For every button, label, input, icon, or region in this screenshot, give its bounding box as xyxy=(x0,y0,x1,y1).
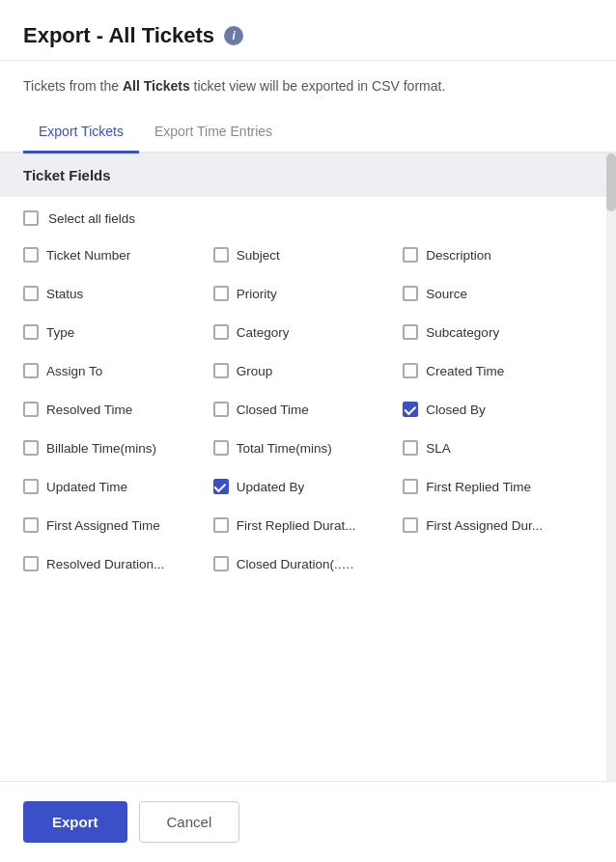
label-assign-to: Assign To xyxy=(46,364,102,378)
checkbox-subcategory[interactable] xyxy=(403,324,418,340)
field-item-assign-to: Assign To xyxy=(23,351,213,390)
subtitle-highlight: All Tickets xyxy=(123,78,190,94)
checkbox-assign-to[interactable] xyxy=(23,363,39,378)
checkbox-status[interactable] xyxy=(23,286,39,301)
label-first-assigned-duration: First Assigned Dur... xyxy=(426,518,543,533)
checkbox-resolved-time[interactable] xyxy=(23,402,39,417)
label-subject: Subject xyxy=(237,248,280,263)
scrollable-content: Ticket Fields Select all fields Ticket N… xyxy=(0,153,616,781)
checkbox-resolved-duration[interactable] xyxy=(23,556,39,571)
select-all-label: Select all fields xyxy=(48,211,135,226)
modal-header: Export - All Tickets i xyxy=(0,0,616,61)
checkbox-updated-time[interactable] xyxy=(23,479,39,494)
checkbox-first-replied-duration[interactable] xyxy=(213,517,229,533)
checkbox-type[interactable] xyxy=(23,324,39,340)
field-item-first-assigned-duration: First Assigned Dur... xyxy=(403,506,593,544)
checkbox-sla[interactable] xyxy=(403,440,418,456)
label-closed-duration: Closed Duration(..… xyxy=(237,557,354,571)
label-description: Description xyxy=(426,248,491,263)
tab-export-tickets[interactable]: Export Tickets xyxy=(23,112,139,153)
field-item-first-replied-duration: First Replied Durat... xyxy=(213,506,404,544)
label-closed-by: Closed By xyxy=(426,403,486,417)
page-title: Export - All Tickets xyxy=(23,23,214,48)
label-first-replied-time: First Replied Time xyxy=(426,480,531,494)
checkbox-total-time[interactable] xyxy=(213,440,229,456)
field-item-closed-time: Closed Time xyxy=(213,390,404,429)
field-item-sla: SLA xyxy=(403,429,593,467)
field-item-source: Source xyxy=(403,274,593,313)
field-item-billable-time: Billable Time(mins) xyxy=(23,429,213,467)
label-subcategory: Subcategory xyxy=(426,325,499,340)
field-item-category: Category xyxy=(213,313,404,351)
checkbox-source[interactable] xyxy=(403,286,418,301)
label-resolved-duration: Resolved Duration... xyxy=(46,557,164,571)
export-button[interactable]: Export xyxy=(23,801,127,843)
cancel-button[interactable]: Cancel xyxy=(139,801,240,843)
label-status: Status xyxy=(46,287,83,301)
ticket-fields-section: Ticket Fields Select all fields Ticket N… xyxy=(0,153,616,598)
checkbox-ticket-number[interactable] xyxy=(23,247,39,263)
tab-bar: Export Tickets Export Time Entries xyxy=(0,112,616,153)
footer: Export Cancel xyxy=(0,781,616,862)
field-item-closed-by: Closed By xyxy=(403,390,593,429)
label-source: Source xyxy=(426,287,467,301)
label-billable-time: Billable Time(mins) xyxy=(46,441,156,456)
field-item-subcategory: Subcategory xyxy=(403,313,593,351)
checkbox-created-time[interactable] xyxy=(403,363,418,378)
field-item-resolved-time: Resolved Time xyxy=(23,390,213,429)
select-all-checkbox[interactable] xyxy=(23,210,39,226)
field-item-resolved-duration: Resolved Duration... xyxy=(23,544,213,583)
field-item-priority: Priority xyxy=(213,274,404,313)
field-item-closed-duration: Closed Duration(..… xyxy=(213,544,404,583)
field-item-group: Group xyxy=(213,351,404,390)
checkbox-first-assigned-duration[interactable] xyxy=(403,517,418,533)
section-header: Ticket Fields xyxy=(0,153,616,197)
label-ticket-number: Ticket Number xyxy=(46,248,130,263)
field-item-subject: Subject xyxy=(213,236,404,274)
checkbox-group[interactable] xyxy=(213,363,229,378)
label-resolved-time: Resolved Time xyxy=(46,403,132,417)
label-updated-by: Updated By xyxy=(237,480,305,494)
label-group: Group xyxy=(237,364,273,378)
field-item-ticket-number: Ticket Number xyxy=(23,236,213,274)
field-item-created-time: Created Time xyxy=(403,351,593,390)
field-item-type: Type xyxy=(23,313,213,351)
subtitle-suffix: ticket view will be exported in CSV form… xyxy=(190,78,446,94)
modal: Export - All Tickets i Tickets from the … xyxy=(0,0,616,862)
field-item-total-time: Total Time(mins) xyxy=(213,429,404,467)
select-all-row: Select all fields xyxy=(23,197,593,236)
label-closed-time: Closed Time xyxy=(237,403,309,417)
label-first-assigned-time: First Assigned Time xyxy=(46,518,160,533)
label-created-time: Created Time xyxy=(426,364,504,378)
label-first-replied-duration: First Replied Durat... xyxy=(237,518,356,533)
label-type: Type xyxy=(46,325,74,340)
info-icon[interactable]: i xyxy=(224,26,243,45)
label-total-time: Total Time(mins) xyxy=(237,441,332,456)
subtitle-prefix: Tickets from the xyxy=(23,78,123,94)
field-item-updated-by: Updated By xyxy=(213,467,404,506)
label-sla: SLA xyxy=(426,441,451,456)
tab-export-time-entries[interactable]: Export Time Entries xyxy=(139,112,288,153)
subtitle: Tickets from the All Tickets ticket view… xyxy=(0,61,616,112)
checkbox-updated-by[interactable] xyxy=(213,479,229,494)
field-item-first-assigned-time: First Assigned Time xyxy=(23,506,213,544)
checkbox-priority[interactable] xyxy=(213,286,229,301)
checkbox-closed-duration[interactable] xyxy=(213,556,229,571)
checkbox-first-replied-time[interactable] xyxy=(403,479,418,494)
checkbox-closed-time[interactable] xyxy=(213,402,229,417)
fields-grid: Ticket NumberSubjectDescriptionStatusPri… xyxy=(23,236,593,583)
field-item-description: Description xyxy=(403,236,593,274)
scrollbar-thumb[interactable] xyxy=(606,153,616,211)
checkbox-category[interactable] xyxy=(213,324,229,340)
checkbox-billable-time[interactable] xyxy=(23,440,39,456)
field-item-status: Status xyxy=(23,274,213,313)
checkbox-first-assigned-time[interactable] xyxy=(23,517,39,533)
field-item-updated-time: Updated Time xyxy=(23,467,213,506)
checkbox-closed-by[interactable] xyxy=(403,402,418,417)
section-title: Ticket Fields xyxy=(23,167,111,183)
checkbox-subject[interactable] xyxy=(213,247,229,263)
scrollbar-track xyxy=(606,153,616,781)
checkbox-description[interactable] xyxy=(403,247,418,263)
label-updated-time: Updated Time xyxy=(46,480,127,494)
label-category: Category xyxy=(237,325,290,340)
